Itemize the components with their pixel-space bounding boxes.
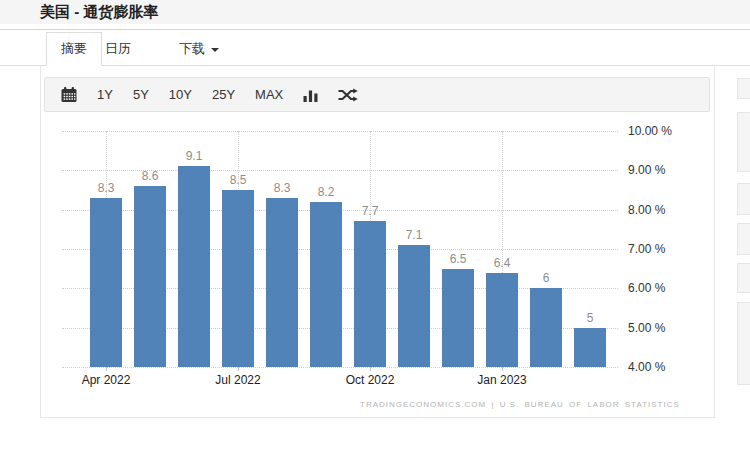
bar[interactable]: [310, 202, 342, 367]
bar[interactable]: [398, 245, 430, 367]
page-title: 美国 - 通货膨胀率: [40, 3, 158, 22]
right-panel-fragment: [737, 223, 750, 255]
bar[interactable]: [222, 190, 254, 367]
x-axis-label: Jul 2022: [215, 373, 260, 387]
calendar-icon: [61, 87, 77, 103]
h-gridline: [62, 367, 618, 368]
right-panel-fragment: [737, 183, 750, 215]
x-axis-label: Oct 2022: [346, 373, 395, 387]
y-axis-label: 8.00 %: [628, 203, 665, 217]
chart-plot: 10.00 %9.00 %8.00 %7.00 %6.00 %5.00 %4.0…: [62, 131, 618, 367]
bar-value-label: 6.4: [494, 256, 511, 270]
bar-value-label: 9.1: [186, 149, 203, 163]
bar[interactable]: [574, 328, 606, 367]
bar[interactable]: [266, 198, 298, 367]
bar[interactable]: [486, 273, 518, 367]
range-button-max[interactable]: MAX: [255, 88, 283, 101]
bar-value-label: 8.2: [318, 185, 335, 199]
caret-down-icon: [211, 48, 219, 52]
range-button-10y[interactable]: 10Y: [169, 88, 192, 101]
bar-value-label: 8.5: [230, 173, 247, 187]
range-button-5y[interactable]: 5Y: [133, 88, 149, 101]
tab-summary[interactable]: 摘要: [46, 32, 102, 66]
y-axis-label: 7.00 %: [628, 242, 665, 256]
right-panel-fragment: [737, 112, 750, 172]
source-attribution: TRADINGECONOMICS.COM | U.S. BUREAU OF LA…: [360, 400, 660, 409]
y-axis-label: 10.00 %: [628, 124, 672, 138]
bar-value-label: 7.7: [362, 204, 379, 218]
tab-calendar[interactable]: 日历: [105, 32, 131, 66]
right-panel-fragment: [737, 263, 750, 293]
y-axis-label: 6.00 %: [628, 281, 665, 295]
page-header: 美国 - 通货膨胀率: [0, 0, 750, 24]
range-button-25y[interactable]: 25Y: [212, 88, 235, 101]
calendar-button[interactable]: [61, 87, 77, 103]
tab-download-label: 下载: [179, 41, 205, 56]
bar-value-label: 6.5: [450, 252, 467, 266]
bar-value-label: 5: [587, 311, 594, 325]
bar-value-label: 7.1: [406, 228, 423, 242]
chart-type-button[interactable]: [303, 88, 318, 102]
bar-value-label: 8.6: [142, 169, 159, 183]
h-gridline: [62, 131, 618, 132]
bar[interactable]: [530, 288, 562, 367]
x-axis-tick: [238, 367, 239, 371]
y-axis-label: 5.00 %: [628, 321, 665, 335]
tab-download[interactable]: 下载: [179, 32, 219, 66]
bar-value-label: 8.3: [274, 181, 291, 195]
shuffle-compare-icon: [338, 88, 358, 102]
bar[interactable]: [178, 166, 210, 367]
tab-bar: 摘要 日历 下载: [0, 30, 750, 66]
chart-toolbar: 1Y 5Y 10Y 25Y MAX: [44, 77, 710, 112]
right-panel-fragment: [737, 302, 750, 385]
bar-value-label: 6: [543, 271, 550, 285]
compare-button[interactable]: [338, 88, 358, 102]
x-axis-tick: [370, 367, 371, 371]
x-axis-label: Apr 2022: [82, 373, 131, 387]
range-button-1y[interactable]: 1Y: [97, 88, 113, 101]
bar[interactable]: [134, 186, 166, 367]
y-axis-label: 4.00 %: [628, 360, 665, 374]
right-panel-fragment: [737, 78, 750, 99]
y-axis-label: 9.00 %: [628, 163, 665, 177]
bar[interactable]: [442, 269, 474, 367]
x-axis-tick: [502, 367, 503, 371]
column-chart-icon: [303, 88, 318, 102]
bar[interactable]: [90, 198, 122, 367]
x-axis-label: Jan 2023: [477, 373, 526, 387]
bar[interactable]: [354, 221, 386, 367]
x-axis-tick: [106, 367, 107, 371]
bar-value-label: 8.3: [98, 181, 115, 195]
